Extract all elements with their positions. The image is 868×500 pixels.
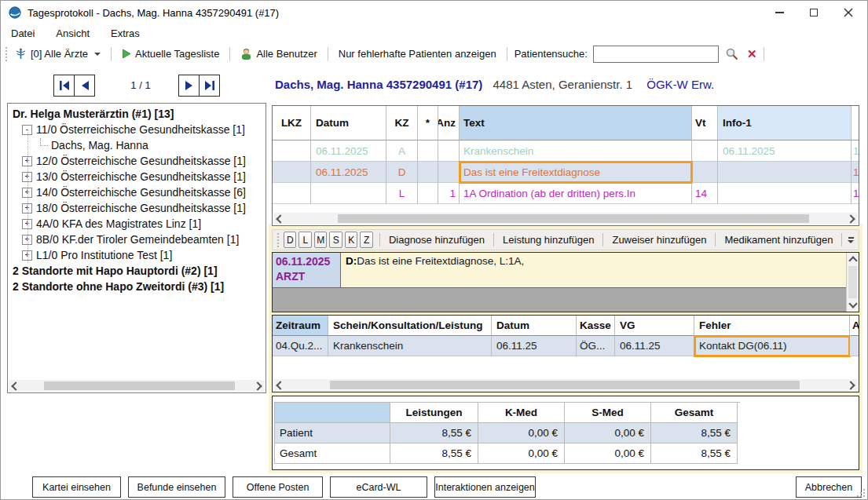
tree-node-kasse-11[interactable]: -11/0 Österreichische Gesundheitskasse [… — [9, 122, 264, 137]
col-schein[interactable]: Schein/Konsultation/Leistung — [328, 316, 492, 336]
menu-extras[interactable]: Extras — [111, 27, 140, 39]
view-findings-button[interactable]: Befunde einsehen — [128, 476, 225, 498]
day-entry-row[interactable]: 06.11.2025 ARZT D:Das ist eine Freitextd… — [273, 253, 847, 288]
toolbar-separator — [328, 47, 328, 61]
chevron-down-icon — [94, 53, 101, 56]
quick-button-k[interactable]: K — [345, 232, 357, 248]
col-fehler[interactable]: Fehler — [694, 316, 850, 336]
tree-node-kasse-14[interactable]: +14/0 Österreichische Gesundheitskasse [… — [9, 184, 264, 200]
table-row[interactable]: 06.11.2025 A Krankenschein 06.11.2025 1 — [273, 141, 859, 162]
next-page-button[interactable] — [178, 75, 200, 97]
add-service-button[interactable]: Leistung hinzufügen — [498, 232, 599, 247]
ecard-wl-button[interactable]: eCard-WL — [330, 476, 427, 498]
tree-node-standort3[interactable]: 2 Standorte ohne Hapo Zweitordi (#3) [1] — [9, 279, 264, 294]
maximize-button[interactable] — [797, 1, 830, 24]
previous-page-button[interactable] — [74, 75, 95, 97]
col-anz[interactable]: Anz — [438, 106, 460, 141]
scroll-right-icon[interactable] — [253, 381, 262, 390]
error-horizontal-scrollbar[interactable] — [273, 379, 858, 391]
note-vertical-scrollbar[interactable] — [846, 253, 859, 312]
quick-button-m[interactable]: M — [314, 232, 327, 248]
scroll-right-icon[interactable] — [846, 381, 855, 389]
first-page-button[interactable] — [53, 75, 75, 97]
resize-grip[interactable] — [857, 489, 865, 497]
current-daylist-button[interactable]: Aktuelle Tagesliste — [119, 46, 222, 61]
tree-node-kasse-13[interactable]: +13/0 Österreichische Gesundheitskasse [… — [9, 169, 264, 184]
cancel-button[interactable]: Abbrechen — [796, 476, 862, 498]
tree-node-kfa-linz[interactable]: +4A/0 KFA des Magistrates Linz [1] — [9, 216, 264, 232]
col-kz[interactable]: KZ — [386, 106, 418, 141]
table-row[interactable]: L 1 1A Ordination (ab der dritten) pers.… — [273, 183, 859, 204]
col-kasse[interactable]: Kasse — [577, 316, 615, 336]
quick-button-l[interactable]: L — [298, 232, 311, 248]
col-datum[interactable]: Datum — [311, 106, 386, 141]
error-table-header: Zeitraum Schein/Konsultation/Leistung Da… — [273, 316, 859, 336]
scrollbar-thumb[interactable] — [848, 266, 857, 298]
close-button[interactable] — [832, 1, 865, 24]
open-items-button[interactable]: Offene Posten — [233, 476, 323, 498]
table-row-selected[interactable]: 06.11.2025 D Das ist eine Freitextdiagno… — [273, 162, 859, 183]
tree-node-kasse-18[interactable]: +18/0 Österreichische Gesundheitskasse [… — [9, 200, 264, 216]
tree-node-doctor1[interactable]: Dr. Helga Musterärztin (#1) [13] — [9, 106, 264, 122]
error-row[interactable]: 04.Qu.2... Krankenschein 06.11.25 ÖG... … — [273, 336, 859, 356]
col-vt[interactable]: Vt — [692, 106, 718, 141]
col-lkz[interactable]: LKZ — [273, 106, 311, 141]
minimize-button[interactable] — [763, 1, 796, 24]
entry-user: ARZT — [276, 269, 340, 284]
all-users-button[interactable]: Alle Benutzer — [237, 46, 320, 61]
search-icon[interactable] — [725, 47, 739, 61]
next-page-icon — [185, 80, 194, 91]
patient-name: Dachs, Mag. Hanna 4357290491 (#17) — [275, 78, 482, 91]
clear-search-icon[interactable]: ✕ — [747, 48, 757, 60]
scroll-right-icon[interactable] — [846, 214, 855, 223]
quick-button-d[interactable]: D — [284, 232, 296, 248]
highlighted-diagnosis-cell[interactable]: Das ist eine Freitextdiagnose — [460, 162, 692, 183]
show-interactions-button[interactable]: Interaktionen anzeigen — [434, 476, 536, 498]
previous-page-icon — [80, 80, 90, 91]
last-page-button[interactable] — [199, 75, 220, 97]
tree-horizontal-scrollbar[interactable] — [9, 380, 265, 392]
doctors-filter-button[interactable]: [0] Alle Ärzte — [12, 46, 104, 62]
col-clipped: An — [850, 316, 859, 336]
entry-date-cell: 06.11.2025 ARZT — [273, 253, 341, 288]
faulty-patients-button[interactable]: Nur fehlerhafte Patienten anzeigen — [335, 46, 500, 61]
scroll-left-icon[interactable] — [276, 381, 284, 389]
toolbar-overflow-button[interactable] — [846, 232, 855, 248]
tree-node-pro-institutione[interactable]: +L1/0 Pro Institutione Test [1] — [9, 247, 264, 263]
scroll-down-icon[interactable] — [848, 299, 857, 308]
view-file-button[interactable]: Kartei einsehen — [32, 476, 121, 498]
menu-ansicht[interactable]: Ansicht — [56, 27, 90, 39]
patient-address: 4481 Asten, Geranienstr. 1 — [493, 78, 632, 91]
quick-button-s[interactable]: S — [329, 232, 342, 248]
scrollbar-thumb[interactable] — [330, 381, 800, 389]
quick-button-z[interactable]: Z — [360, 232, 372, 248]
patient-search-input[interactable] — [593, 46, 719, 63]
tree-node-kasse-12[interactable]: +12/0 Österreichische Gesundheitskasse [… — [9, 153, 264, 169]
totals-corner-cell — [275, 403, 390, 423]
add-diagnosis-button[interactable]: Diagnose hinzufügen — [384, 232, 489, 247]
doctor-tree-panel: Dr. Helga Musterärztin (#1) [13] -11/0 Ö… — [7, 103, 266, 393]
scroll-up-icon[interactable] — [848, 256, 857, 265]
entries-horizontal-scrollbar[interactable] — [273, 213, 858, 224]
scrollbar-thumb[interactable] — [44, 381, 235, 390]
col-leistungen: Leistungen — [390, 403, 478, 423]
col-info1[interactable]: Info-1 — [718, 106, 852, 141]
tree-node-patient[interactable]: Dachs, Mag. Hanna — [9, 137, 264, 153]
scroll-left-icon[interactable] — [276, 214, 284, 223]
highlighted-error-cell[interactable]: Kontakt DG(06.11) — [694, 336, 850, 356]
col-zeitraum[interactable]: Zeitraum — [273, 316, 328, 336]
col-vg[interactable]: VG — [615, 316, 694, 336]
col-datum[interactable]: Datum — [492, 316, 577, 336]
scrollbar-thumb[interactable] — [338, 214, 809, 223]
page-indicator: 1 / 1 — [115, 79, 166, 91]
menu-datei[interactable]: Datei — [11, 27, 35, 39]
toolbar-separator — [111, 47, 112, 61]
scroll-left-icon[interactable] — [11, 381, 20, 390]
col-star[interactable]: * — [418, 106, 438, 141]
totals-table: Leistungen K-Med S-Med Gesamt Patient 8,… — [274, 402, 740, 464]
tree-node-standort2[interactable]: 2 Standorte mit Hapo Hauptordi (#2) [1] — [9, 263, 264, 279]
add-medication-button[interactable]: Medikament hinzufügen — [720, 232, 837, 247]
col-text[interactable]: Text — [460, 106, 692, 141]
tree-node-kf-tiroler[interactable]: +8B/0 KF.der Tiroler Gemeindebeamten [1] — [9, 232, 264, 247]
add-referrer-button[interactable]: Zuweiser hinzufügen — [607, 232, 711, 247]
